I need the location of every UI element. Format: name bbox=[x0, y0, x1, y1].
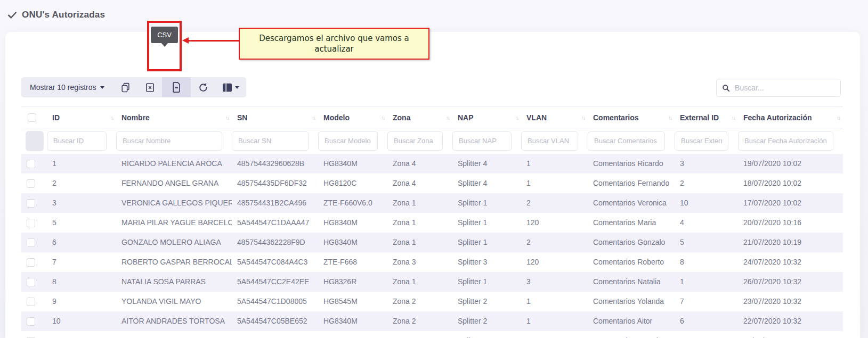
row-checkbox-cell bbox=[21, 252, 47, 272]
cell-nap: Splitter 2 bbox=[452, 331, 521, 338]
cell-zona: Zona 1 bbox=[387, 193, 452, 213]
column-label: Zona bbox=[393, 113, 410, 122]
filter-input-vlan[interactable] bbox=[521, 131, 578, 151]
cell-zona: Zona 2 bbox=[387, 292, 452, 311]
cell-comentarios: Comentarios Francisco bbox=[588, 331, 675, 338]
filter-input-nap[interactable] bbox=[452, 131, 512, 151]
cell-comentarios: Comentarios Gonzalo bbox=[588, 233, 675, 252]
sort-icon: ↑↓ bbox=[446, 114, 449, 120]
sort-icon: ↑↓ bbox=[110, 114, 113, 120]
toolbar-strip: Mostrar 10 registros bbox=[21, 77, 246, 97]
cell-nombre: AITOR ANDRADES TORTOSA bbox=[116, 311, 232, 331]
cell-modelo: HG8326R bbox=[318, 272, 387, 292]
page-length-select[interactable]: Mostrar 10 registros bbox=[21, 77, 113, 97]
cell-vlan: 2 bbox=[521, 193, 588, 213]
column-header-modelo[interactable]: Modelo↑↓ bbox=[318, 107, 387, 128]
cell-vlan: 1 bbox=[521, 292, 588, 311]
filter-input-comentarios[interactable] bbox=[588, 131, 665, 151]
table-row: 8NATALIA SOSA PARRAS5A544547CC2E42EEHG83… bbox=[21, 272, 843, 292]
row-checkbox[interactable] bbox=[27, 160, 35, 168]
cell-modelo: HG8340M bbox=[318, 311, 387, 331]
filter-input-sn[interactable] bbox=[232, 131, 309, 151]
column-header-comentarios[interactable]: Comentarios↑↓ bbox=[588, 107, 675, 128]
column-label: SN bbox=[237, 113, 247, 122]
row-checkbox[interactable] bbox=[27, 298, 35, 306]
sort-icon: ↑↓ bbox=[515, 114, 518, 120]
cell-comentarios: Comentarios Maria bbox=[588, 213, 675, 233]
filter-input-modelo[interactable] bbox=[318, 131, 378, 151]
row-checkbox[interactable] bbox=[27, 179, 35, 188]
filter-input-external_id[interactable] bbox=[675, 131, 728, 151]
sort-icon: ↑↓ bbox=[581, 114, 585, 120]
cell-comentarios: Comentarios Fernando bbox=[588, 174, 675, 193]
cell-sn: 485754431B2CA496 bbox=[232, 193, 318, 213]
cell-fecha_autorizacion: 19/07/2020 10:02 bbox=[738, 154, 843, 174]
page-length-label: Mostrar 10 registros bbox=[30, 83, 96, 92]
cell-vlan: 2 bbox=[521, 233, 588, 252]
search-icon bbox=[722, 84, 730, 93]
column-header-vlan[interactable]: VLAN↑↓ bbox=[521, 107, 588, 128]
column-header-nap[interactable]: NAP↑↓ bbox=[452, 107, 521, 128]
cell-nap: Splitter 2 bbox=[452, 311, 521, 331]
row-checkbox[interactable] bbox=[27, 238, 35, 247]
onus-card: Mostrar 10 registros bbox=[5, 32, 860, 338]
row-checkbox[interactable] bbox=[27, 199, 35, 208]
row-checkbox-cell bbox=[21, 233, 47, 252]
cell-modelo: HG8340M bbox=[318, 233, 387, 252]
cell-modelo: HG8120C bbox=[318, 174, 387, 193]
column-header-nombre[interactable]: Nombre↑↓ bbox=[116, 107, 232, 128]
cell-modelo: HG8340M bbox=[318, 154, 387, 174]
row-checkbox[interactable] bbox=[27, 219, 35, 227]
cell-external_id: 7 bbox=[675, 292, 738, 311]
column-header-id[interactable]: ID↑↓ bbox=[47, 107, 116, 128]
cell-nap: Splitter 3 bbox=[452, 252, 521, 272]
cell-comentarios: Comentarios Natalia bbox=[588, 272, 675, 292]
row-checkbox-cell bbox=[21, 154, 47, 174]
select-all-checkbox[interactable] bbox=[28, 113, 36, 122]
cell-id: 3 bbox=[47, 193, 116, 213]
cell-vlan: 120 bbox=[521, 213, 588, 233]
cell-id: 9 bbox=[47, 292, 116, 311]
cell-nombre: FRANCISCO ANTELO VILLAR bbox=[116, 331, 232, 338]
column-visibility-button[interactable] bbox=[215, 77, 246, 97]
cell-id: 8 bbox=[47, 272, 116, 292]
column-header-sn[interactable]: SN↑↓ bbox=[232, 107, 318, 128]
column-header-external_id[interactable]: External ID↑↓ bbox=[675, 107, 738, 128]
filter-input-zona[interactable] bbox=[387, 131, 443, 151]
row-checkbox[interactable] bbox=[27, 258, 35, 267]
page-title-text: ONU's Autorizadas bbox=[22, 10, 105, 20]
table-row: 7ROBERTO GASPAR BERROCAL5A544547C084A4C3… bbox=[21, 252, 843, 272]
cell-vlan: 120 bbox=[521, 252, 588, 272]
column-label: NAP bbox=[458, 113, 474, 122]
filter-input-nombre[interactable] bbox=[116, 131, 222, 151]
excel-button[interactable] bbox=[137, 77, 162, 97]
table-toolbar: Mostrar 10 registros bbox=[21, 77, 841, 97]
reload-button[interactable] bbox=[191, 77, 215, 97]
filter-input-id[interactable] bbox=[47, 131, 107, 151]
row-checkbox-cell bbox=[21, 193, 47, 213]
cell-nap: Splitter 1 bbox=[452, 272, 521, 292]
column-header-zona[interactable]: Zona↑↓ bbox=[387, 107, 452, 128]
cell-sn: 485754432960628B bbox=[232, 154, 318, 174]
column-header-fecha_autorizacion[interactable]: Fecha Autorización↑↓ bbox=[738, 107, 843, 128]
column-label: VLAN bbox=[526, 113, 547, 122]
copy-button[interactable] bbox=[113, 77, 137, 97]
cell-fecha_autorizacion: 22/07/2020 10:32 bbox=[738, 311, 843, 331]
row-checkbox[interactable] bbox=[27, 317, 35, 326]
filter-input-fecha_autorizacion[interactable] bbox=[738, 131, 833, 151]
csv-button[interactable] bbox=[162, 77, 191, 97]
search-input[interactable] bbox=[735, 84, 835, 92]
table-filter-row bbox=[21, 128, 843, 154]
row-checkbox[interactable] bbox=[27, 278, 35, 286]
cell-fecha_autorizacion: 17/07/2020 10:02 bbox=[738, 193, 843, 213]
cell-nombre: FERNANDO ANGEL GRANA bbox=[116, 174, 232, 193]
cell-nombre: ROBERTO GASPAR BERROCAL bbox=[116, 252, 232, 272]
row-checkbox-cell bbox=[21, 311, 47, 331]
table-row: 1RICARDO PALENCIA AROCA485754432960628BH… bbox=[21, 154, 843, 174]
filter-cell-fecha_autorizacion bbox=[738, 128, 843, 154]
cell-comentarios: Comentarios Veronica bbox=[588, 193, 675, 213]
cell-comentarios: Comentarios Yolanda bbox=[588, 292, 675, 311]
cell-modelo: HG8545M bbox=[318, 292, 387, 311]
table-row: 2FERNANDO ANGEL GRANA485754435DF6DF32HG8… bbox=[21, 174, 843, 193]
row-checkbox-cell bbox=[21, 272, 47, 292]
